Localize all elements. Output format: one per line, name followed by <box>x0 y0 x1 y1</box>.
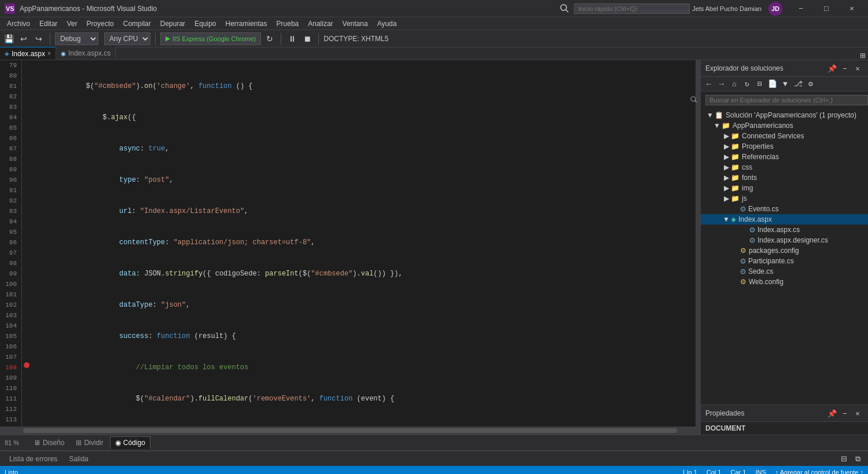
salida-label: Salida <box>69 455 88 463</box>
tree-toggle-connected[interactable]: ▶ <box>722 132 731 140</box>
menu-archivo[interactable]: Archivo <box>2 19 35 29</box>
tree-item-index-designer[interactable]: ⊙ Index.aspx.designer.cs <box>701 235 868 245</box>
tree-item-index-aspx[interactable]: ▼ ◈ Index.aspx <box>701 214 868 225</box>
tree-toggle-app[interactable]: ▼ <box>712 122 722 130</box>
tab-dividir[interactable]: ⊞ Dividir <box>71 436 108 449</box>
bottom-expand-btn[interactable]: ⊟ <box>838 453 849 465</box>
minimize-button[interactable]: − <box>789 3 812 14</box>
tree-item-properties[interactable]: ▶ 📁 Properties <box>701 141 868 152</box>
se-minimize-button[interactable]: − <box>839 63 851 74</box>
se-settings-btn[interactable]: ⚙ <box>805 78 816 90</box>
se-search-input[interactable] <box>705 95 868 105</box>
tree-item-evento[interactable]: ⊙ Evento.cs <box>701 204 868 214</box>
breakpoint-108[interactable] <box>24 362 30 368</box>
pause-button[interactable]: ⏸ <box>286 32 299 45</box>
tab-codigo[interactable]: ◉ Código <box>110 436 150 449</box>
title-controls: Jets Abel Pucho Damian JD − □ × <box>560 2 863 16</box>
menu-editar[interactable]: Editar <box>35 19 62 29</box>
menu-analizar[interactable]: Analizar <box>303 19 337 29</box>
se-forward-btn[interactable]: → <box>716 78 727 90</box>
se-collapse-btn[interactable]: ⊟ <box>754 78 766 90</box>
run-button[interactable]: ▶ IIS Express (Google Chrome) <box>160 32 261 45</box>
tree-toggle-img[interactable]: ▶ <box>722 184 731 192</box>
tree-label-app: AppPanamericanos <box>733 122 793 130</box>
prop-close-button[interactable]: × <box>852 407 863 419</box>
horizontal-scrollbar[interactable] <box>0 427 700 435</box>
se-show-files-btn[interactable]: 📄 <box>767 78 778 90</box>
tab-label-aspx: Index.aspx <box>12 50 45 58</box>
tree-item-fonts[interactable]: ▶ 📁 fonts <box>701 172 868 183</box>
tree-item-css[interactable]: ▶ 📁 css <box>701 162 868 172</box>
menu-ver[interactable]: Ver <box>62 19 82 29</box>
expand-editor-btn[interactable]: ⊞ <box>858 52 868 60</box>
stop-button[interactable]: ⏹ <box>301 32 314 45</box>
tree-item-solution[interactable]: ▼ 📋 Solución 'AppPanamericanos' (1 proye… <box>701 110 868 120</box>
config-dropdown[interactable]: Debug Release <box>55 32 98 45</box>
breakpoint-column[interactable] <box>22 60 31 427</box>
tree-toggle-referencias[interactable]: ▶ <box>722 153 731 161</box>
prop-minimize-button[interactable]: − <box>839 407 851 419</box>
tree-item-index-cs[interactable]: ⊙ Index.aspx.cs <box>701 225 868 235</box>
tree-toggle-css[interactable]: ▶ <box>722 163 731 171</box>
tab-index-aspx-cs[interactable]: ◉ Index.aspx.cs <box>56 47 116 60</box>
se-header: Explorador de soluciones 📌 − × <box>701 60 868 77</box>
status-add-control[interactable]: ↑ Agregar al control de fuente ↑ <box>775 469 863 474</box>
hscroll-thumb[interactable] <box>23 428 677 433</box>
tree-item-packages[interactable]: ⚙ packages.config <box>701 245 868 256</box>
tab-salida[interactable]: Salida <box>64 454 93 464</box>
menu-prueba[interactable]: Prueba <box>272 19 304 29</box>
tab-errores[interactable]: Lista de errores <box>5 454 62 464</box>
tree-item-referencias[interactable]: ▶ 📁 Referencias <box>701 152 868 162</box>
menu-proyecto[interactable]: Proyecto <box>82 19 118 29</box>
menu-herramientas[interactable]: Herramientas <box>221 19 272 29</box>
tree-item-participante[interactable]: ⊙ Participante.cs <box>701 256 868 266</box>
prop-pin-button[interactable]: 📌 <box>826 407 838 419</box>
tree-item-img[interactable]: ▶ 📁 img <box>701 183 868 193</box>
code-text[interactable]: $("#cmbsede").on('change', function () {… <box>31 60 696 427</box>
tree-item-sede[interactable]: ⊙ Sede.cs <box>701 266 868 277</box>
tab-diseno[interactable]: 🖥 Diseño <box>28 436 69 449</box>
menu-ventana[interactable]: Ventana <box>338 19 373 29</box>
se-filter-btn[interactable]: ▼ <box>779 78 791 90</box>
tab-index-aspx[interactable]: ◈ Index.aspx × <box>0 47 56 60</box>
code-scroll-area[interactable]: 79 80 81 82 83 84 85 86 87 88 89 90 91 9… <box>0 60 700 427</box>
bottom-float-btn[interactable]: ⧉ <box>852 453 863 465</box>
se-home-btn[interactable]: ⌂ <box>729 78 740 90</box>
diseno-icon: 🖥 <box>34 439 41 447</box>
menu-compilar[interactable]: Compilar <box>119 19 156 29</box>
quick-launch-input[interactable] <box>574 3 690 14</box>
tree-item-js[interactable]: ▶ 📁 js <box>701 193 868 204</box>
se-back-btn[interactable]: ← <box>703 78 715 90</box>
tab-label-cs: Index.aspx.cs <box>68 49 111 57</box>
close-tab-aspx[interactable]: × <box>47 50 51 57</box>
tree-item-webconfig[interactable]: ⚙ Web.config <box>701 277 868 287</box>
menu-ayuda[interactable]: Ayuda <box>373 19 402 29</box>
se-refresh-btn[interactable]: ↻ <box>741 78 753 90</box>
tree-toggle-index-aspx[interactable]: ▼ <box>722 215 731 223</box>
tree-toggle-solution[interactable]: ▼ <box>705 111 715 119</box>
code-editor[interactable]: 79 80 81 82 83 84 85 86 87 88 89 90 91 9… <box>0 60 700 435</box>
vertical-scrollbar[interactable] <box>696 60 700 427</box>
tree-item-app[interactable]: ▼ 📁 AppPanamericanos <box>701 120 868 131</box>
close-button[interactable]: × <box>840 3 863 14</box>
tree-toggle-fonts[interactable]: ▶ <box>722 174 731 182</box>
redo-button[interactable]: ↪ <box>32 32 45 45</box>
tree-toggle-properties[interactable]: ▶ <box>722 142 731 150</box>
tree-toggle-js[interactable]: ▶ <box>722 194 731 203</box>
menu-equipo[interactable]: Equipo <box>190 19 220 29</box>
maximize-button[interactable]: □ <box>815 3 838 14</box>
toolbar-sep3 <box>281 33 281 45</box>
se-toolbar: ← → ⌂ ↻ ⊟ 📄 ▼ ⎇ ⚙ <box>701 77 868 91</box>
toolbar-sep4 <box>318 33 319 45</box>
se-pin-button[interactable]: 📌 <box>826 63 838 74</box>
refresh-button[interactable]: ↻ <box>263 32 276 45</box>
tree-item-connected[interactable]: ▶ 📁 Connected Services <box>701 131 868 141</box>
platform-dropdown[interactable]: Any CPU x86 x64 <box>104 32 150 45</box>
se-git-btn[interactable]: ⎇ <box>792 78 804 90</box>
status-ln: Lín 1 <box>683 469 697 474</box>
undo-button[interactable]: ↩ <box>17 32 30 45</box>
menu-depurar[interactable]: Depurar <box>156 19 190 29</box>
editor-tabs: ◈ Index.aspx × ◉ Index.aspx.cs ⊞ <box>0 47 868 60</box>
se-close-button[interactable]: × <box>852 63 863 74</box>
save-button[interactable]: 💾 <box>2 32 15 45</box>
